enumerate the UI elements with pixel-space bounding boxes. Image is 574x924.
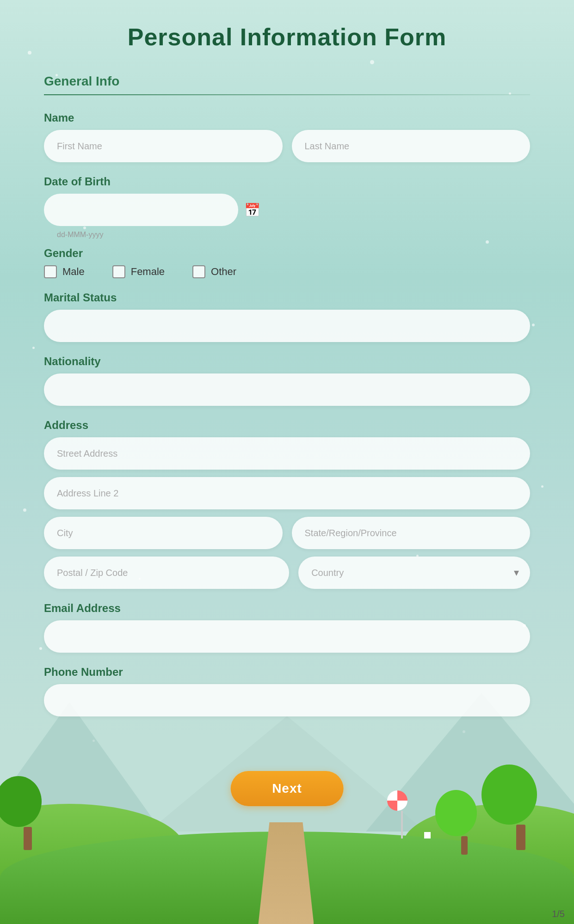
tree-left xyxy=(14,776,42,850)
tree-trunk-right2 xyxy=(461,836,468,855)
email-label: Email Address xyxy=(44,602,530,615)
lollipop-decoration xyxy=(396,790,407,838)
postal-input[interactable] xyxy=(44,557,289,589)
nationality-label: Nationality xyxy=(44,355,530,368)
section-general-info: General Info xyxy=(44,74,530,89)
phone-label: Phone Number xyxy=(44,666,530,679)
gender-option-female[interactable]: Female xyxy=(112,265,165,278)
gender-checkbox-female[interactable] xyxy=(112,265,125,278)
lollipop-head xyxy=(387,790,407,811)
date-format-hint: dd-MMM-yyyy xyxy=(57,231,103,239)
nationality-input[interactable] xyxy=(44,373,530,406)
calendar-button[interactable]: 📅 xyxy=(243,201,261,219)
small-decoration xyxy=(424,832,431,838)
marital-status-input[interactable] xyxy=(44,310,530,342)
street-address-input[interactable] xyxy=(44,437,530,470)
gender-option-male[interactable]: Male xyxy=(44,265,85,278)
tree-trunk-right1 xyxy=(516,825,525,850)
next-button[interactable]: Next xyxy=(230,771,344,806)
gender-checkbox-male[interactable] xyxy=(44,265,57,278)
next-button-wrapper: Next xyxy=(230,771,344,806)
gender-group: Gender Male Female Other xyxy=(44,247,530,278)
calendar-icon: 📅 xyxy=(244,202,260,218)
dob-input[interactable] xyxy=(44,194,238,226)
state-input[interactable] xyxy=(292,517,531,549)
tree-right-2 xyxy=(452,790,477,855)
city-input[interactable] xyxy=(44,517,283,549)
city-state-row xyxy=(44,517,530,549)
page-indicator: 1/5 xyxy=(552,909,565,919)
email-input[interactable] xyxy=(44,620,530,653)
form-wrapper: Personal Information Form General Info N… xyxy=(0,0,574,757)
gender-option-other[interactable]: Other xyxy=(192,265,236,278)
lollipop-stick xyxy=(401,811,403,838)
address-line2-input[interactable] xyxy=(44,477,530,509)
tree-top-right2 xyxy=(435,790,477,836)
country-select-wrapper: Country United States United Kingdom Can… xyxy=(298,557,530,589)
name-group: Name xyxy=(44,111,530,162)
gender-label-other: Other xyxy=(211,266,236,278)
gender-checkbox-other[interactable] xyxy=(192,265,205,278)
section-divider xyxy=(44,94,530,95)
tree-top-right1 xyxy=(481,765,537,825)
gender-row: Male Female Other xyxy=(44,265,530,278)
page-container: Personal Information Form General Info N… xyxy=(0,0,574,924)
phone-input[interactable] xyxy=(44,684,530,716)
country-select[interactable]: Country United States United Kingdom Can… xyxy=(298,557,530,589)
gender-label-male: Male xyxy=(62,266,85,278)
gender-label-female: Female xyxy=(131,266,165,278)
address-label: Address xyxy=(44,419,530,432)
page-title: Personal Information Form xyxy=(44,23,530,51)
marital-status-label: Marital Status xyxy=(44,291,530,304)
first-name-input[interactable] xyxy=(44,130,283,162)
name-row xyxy=(44,130,530,162)
email-group: Email Address xyxy=(44,602,530,653)
marital-status-group: Marital Status xyxy=(44,291,530,342)
last-name-input[interactable] xyxy=(292,130,531,162)
tree-trunk-left xyxy=(24,827,32,850)
dob-label: Date of Birth xyxy=(44,175,530,188)
phone-group: Phone Number xyxy=(44,666,530,716)
gender-label: Gender xyxy=(44,247,530,260)
postal-country-row: Country United States United Kingdom Can… xyxy=(44,557,530,589)
nationality-group: Nationality xyxy=(44,355,530,406)
address-group: Address Country United States United Kin… xyxy=(44,419,530,589)
dob-group: Date of Birth 📅 dd-MMM-yyyy xyxy=(44,175,530,226)
tree-right-1 xyxy=(505,765,537,850)
tree-top-left xyxy=(0,776,42,827)
name-label: Name xyxy=(44,111,530,124)
dob-input-wrapper: 📅 dd-MMM-yyyy xyxy=(44,194,261,226)
